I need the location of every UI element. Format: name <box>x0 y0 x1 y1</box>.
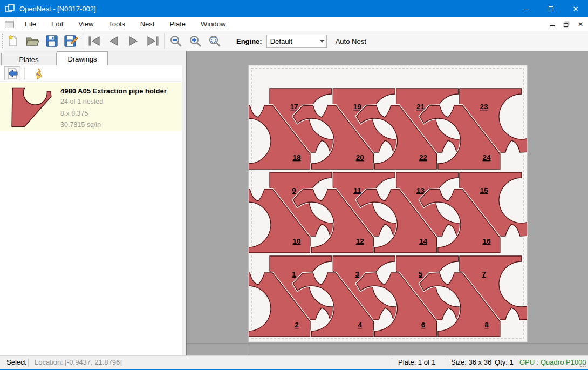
menu-item-nest[interactable]: Nest <box>133 18 162 30</box>
mdi-document-icon[interactable] <box>5 21 14 28</box>
menubar: FileEditViewToolsNestPlateWindow ✕ <box>0 17 588 31</box>
status-separator <box>445 358 445 367</box>
drawing-list-item[interactable]: 4980 A05 Extraction pipe holder 24 of 1 … <box>0 83 182 131</box>
statusbar: Select Location: [-0.9437, 21.8796] Plat… <box>0 355 588 369</box>
resize-grip-icon[interactable] <box>579 360 586 367</box>
mdi-close-icon: ✕ <box>578 21 583 28</box>
maximize-icon <box>549 6 553 11</box>
main-toolbar: Engine: Default Auto Nest <box>0 31 588 51</box>
go-previous-icon <box>107 35 121 47</box>
clean-button[interactable] <box>29 66 45 80</box>
part-number-label: 22 <box>419 153 427 162</box>
part-number-label: 9 <box>292 186 296 194</box>
part-number-label: 7 <box>482 270 486 278</box>
zoom-fit-button[interactable] <box>205 32 224 50</box>
status-plate: Plate: 1 of 1 <box>398 358 435 366</box>
tab-drawings[interactable]: Drawings <box>57 51 108 65</box>
first-plate-button[interactable] <box>85 32 104 50</box>
go-last-icon <box>146 35 160 47</box>
titlebar[interactable]: OpenNest - [N0317-002] ✕ <box>0 0 588 17</box>
zoom-in-icon <box>189 35 202 48</box>
status-separator <box>489 358 489 367</box>
drawings-panel: 4980 A05 Extraction pipe holder 24 of 1 … <box>0 65 182 355</box>
part-number-label: 14 <box>419 237 428 245</box>
drawing-area: 30.7815 sq/in <box>60 120 167 130</box>
part-number-label: 20 <box>356 153 364 162</box>
open-button[interactable] <box>23 32 42 50</box>
part-number-label: 15 <box>480 186 488 194</box>
new-file-icon <box>6 35 19 48</box>
status-qty: Qty: 1 <box>495 358 514 366</box>
auto-nest-button[interactable]: Auto Nest <box>336 37 366 45</box>
nest-canvas[interactable]: 171921231820222491113151012141613572468 <box>186 51 588 355</box>
menu-item-window[interactable]: Window <box>193 18 233 30</box>
part-number-label: 18 <box>292 153 301 162</box>
window-title: OpenNest - [N0317-002] <box>19 5 96 13</box>
go-next-icon <box>126 35 140 47</box>
status-separator <box>28 358 29 367</box>
part-number-label: 4 <box>358 321 363 329</box>
part-number-label: 24 <box>482 153 491 162</box>
part-number-label: 19 <box>353 103 361 111</box>
maximize-button[interactable] <box>538 0 563 17</box>
part-number-label: 16 <box>482 237 491 245</box>
part-number-label: 1 <box>292 270 296 278</box>
part-number-label: 21 <box>416 103 425 111</box>
minimize-button[interactable] <box>514 0 538 17</box>
import-drawing-button[interactable] <box>4 66 20 80</box>
status-separator <box>392 358 392 367</box>
toolbar-separator <box>164 33 165 49</box>
next-plate-button[interactable] <box>124 32 143 50</box>
toolbar-separator <box>83 33 83 49</box>
menu-item-file[interactable]: File <box>17 18 44 30</box>
last-plate-button[interactable] <box>143 32 162 50</box>
save-icon <box>45 35 58 48</box>
zoom-out-icon <box>169 35 182 48</box>
part-number-label: 12 <box>356 237 364 245</box>
status-mode: Select <box>6 358 26 366</box>
save-as-button[interactable] <box>61 32 81 50</box>
save-as-icon <box>64 35 78 48</box>
open-folder-icon <box>25 35 39 48</box>
part-number-label: 6 <box>421 321 426 329</box>
panel-toolbar-separator <box>24 68 25 79</box>
zoom-in-button[interactable] <box>186 32 205 50</box>
engine-value: Default <box>270 37 292 45</box>
new-button[interactable] <box>3 32 23 50</box>
panel-scrollbar[interactable] <box>182 65 186 355</box>
mdi-minimize-button[interactable] <box>547 19 558 29</box>
part-number-label: 2 <box>295 321 299 329</box>
mdi-restore-button[interactable] <box>561 19 572 29</box>
drawing-nested-count: 24 of 1 nested <box>60 97 167 107</box>
close-button[interactable]: ✕ <box>563 0 588 17</box>
go-first-icon <box>87 35 101 47</box>
engine-combobox[interactable]: Default <box>266 35 327 48</box>
previous-plate-button[interactable] <box>104 32 124 50</box>
part-number-label: 5 <box>419 270 423 278</box>
zoom-fit-icon <box>208 35 221 48</box>
part-number-label: 11 <box>353 186 361 194</box>
save-button[interactable] <box>42 32 61 50</box>
status-separator <box>514 358 514 367</box>
menu-item-view[interactable]: View <box>71 18 101 30</box>
status-gpu: GPU : Quadro P1000 <box>519 358 586 366</box>
engine-label: Engine: <box>236 37 262 45</box>
zoom-out-button[interactable] <box>166 32 186 50</box>
tab-plates[interactable]: Plates <box>1 53 57 65</box>
mdi-restore-icon <box>563 21 570 28</box>
app-window: OpenNest - [N0317-002] ✕ FileEditViewToo… <box>0 0 588 370</box>
part-number-label: 8 <box>484 321 489 329</box>
app-icon <box>5 4 15 13</box>
menu-item-edit[interactable]: Edit <box>44 18 71 30</box>
mdi-minimize-icon <box>550 22 555 27</box>
mdi-close-button[interactable]: ✕ <box>575 19 586 29</box>
part-number-label: 10 <box>292 237 300 245</box>
close-icon: ✕ <box>573 5 579 12</box>
drawings-toolbar <box>0 65 182 82</box>
drawing-size: 8 x 8.375 <box>60 109 167 119</box>
menu-item-plate[interactable]: Plate <box>162 18 193 30</box>
minimize-icon <box>523 9 529 9</box>
status-size: Size: 36 x 36 <box>451 358 491 366</box>
clean-broom-icon <box>31 68 43 79</box>
menu-item-tools[interactable]: Tools <box>101 18 132 30</box>
